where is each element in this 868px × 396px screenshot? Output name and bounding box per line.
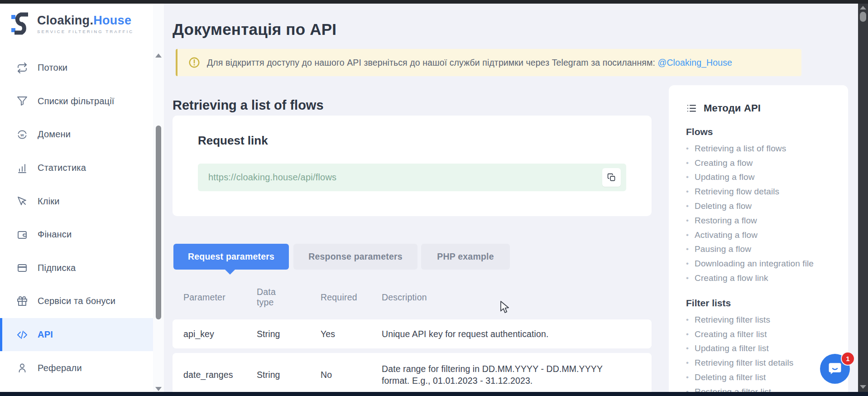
content-scrollbar[interactable] bbox=[153, 4, 164, 392]
user-icon bbox=[17, 362, 28, 373]
scroll-up-icon[interactable] bbox=[860, 6, 866, 10]
credit-card-icon bbox=[17, 262, 28, 273]
telegram-link[interactable]: @Cloaking_House bbox=[658, 58, 732, 68]
cell-required: No bbox=[321, 353, 370, 396]
sidebar: Cloaking.House SERVICE FILTERING TRAFFIC… bbox=[0, 4, 153, 392]
request-url-field[interactable]: https://cloaking.house/api/flows bbox=[198, 164, 626, 191]
table-header: Parameter Data type Required Description bbox=[173, 280, 652, 315]
sidebar-item-finance[interactable]: Фінанси bbox=[0, 218, 153, 251]
cell-parameter: api_key bbox=[183, 319, 251, 348]
section-title: Retrieving a list of flows bbox=[173, 98, 324, 113]
method-link[interactable]: Retrieving flow details bbox=[686, 184, 848, 199]
method-link[interactable]: Pausing a flow bbox=[686, 242, 848, 257]
method-link[interactable]: Deleting a flow bbox=[686, 199, 848, 213]
sidebar-item-label: Статистика bbox=[38, 163, 86, 173]
col-description: Description bbox=[382, 280, 626, 315]
content-scrollbar-thumb[interactable] bbox=[156, 126, 161, 319]
api-access-notice: Для відкриття доступу до нашого API звер… bbox=[176, 49, 801, 76]
method-link[interactable]: Creating a filter list bbox=[686, 327, 848, 342]
tab-response-parameters[interactable]: Response parameters bbox=[293, 244, 417, 270]
wallet-icon bbox=[17, 229, 28, 240]
cell-description: Date range for filtering in DD.MM.YYYY -… bbox=[382, 353, 626, 396]
window-bottom-edge bbox=[0, 392, 868, 396]
sidebar-item-api[interactable]: API bbox=[0, 318, 153, 352]
support-chat-button[interactable]: 1 bbox=[820, 354, 850, 384]
globe-w-icon: w bbox=[17, 129, 28, 140]
sidebar-item-label: Потоки bbox=[38, 63, 67, 73]
active-tab-pointer bbox=[225, 270, 235, 275]
brand-name: Cloaking.House bbox=[37, 14, 134, 28]
sidebar-item-label: Підписка bbox=[38, 263, 76, 273]
method-link[interactable]: Downloading an integration file bbox=[686, 256, 848, 271]
scroll-down-icon[interactable] bbox=[860, 385, 866, 389]
filter-icon bbox=[17, 96, 28, 106]
sidebar-item-referrals[interactable]: Реферали bbox=[0, 351, 153, 385]
cell-data-type: String bbox=[257, 353, 288, 396]
api-methods-panel: Методи API Flows Retrieving a list of fl… bbox=[669, 85, 848, 396]
api-methods-title: Методи API bbox=[704, 102, 761, 114]
sidebar-nav: Потоки Списки фільтрації w Домени Статис… bbox=[0, 51, 153, 385]
gift-icon bbox=[17, 296, 28, 307]
sidebar-item-label: Реферали bbox=[38, 363, 82, 373]
col-required: Required bbox=[321, 280, 370, 315]
request-link-card: Request link https://cloaking.house/api/… bbox=[173, 116, 652, 216]
notice-text: Для відкриття доступу до нашого API звер… bbox=[207, 58, 732, 68]
cloaking-house-logo-icon bbox=[11, 11, 32, 36]
table-row: date_ranges String No Date range for fil… bbox=[173, 353, 652, 396]
method-link[interactable]: Creating a flow link bbox=[686, 271, 848, 285]
sidebar-item-statistics[interactable]: Статистика bbox=[0, 151, 153, 185]
warning-icon bbox=[188, 57, 200, 68]
chat-unread-badge: 1 bbox=[841, 352, 855, 366]
chat-bubble-icon bbox=[827, 361, 843, 377]
sidebar-item-label: API bbox=[38, 329, 53, 340]
col-data-type: Data type bbox=[257, 280, 288, 315]
group-title-flows: Flows bbox=[686, 126, 831, 137]
sidebar-item-filter-lists[interactable]: Списки фільтрації bbox=[0, 85, 153, 118]
repeat-icon bbox=[17, 63, 28, 73]
cell-required: Yes bbox=[321, 319, 370, 348]
method-link[interactable]: Updating a flow bbox=[686, 170, 848, 185]
mouse-pointer-icon bbox=[17, 196, 28, 207]
brand-tagline: SERVICE FILTERING TRAFFIC bbox=[37, 29, 134, 34]
col-parameter: Parameter bbox=[183, 280, 251, 315]
method-link[interactable]: Activating a flow bbox=[686, 228, 848, 242]
method-link[interactable]: Creating a flow bbox=[686, 156, 848, 170]
sidebar-item-domains[interactable]: w Домени bbox=[0, 118, 153, 151]
page-scrollbar-thumb[interactable] bbox=[860, 12, 866, 22]
tab-request-parameters[interactable]: Request parameters bbox=[173, 244, 289, 270]
method-link[interactable]: Updating a filter list bbox=[686, 342, 848, 356]
sidebar-item-label: Кліки bbox=[38, 196, 60, 207]
page-scrollbar[interactable] bbox=[858, 4, 868, 392]
sidebar-item-label: Домени bbox=[38, 129, 71, 140]
request-url[interactable]: https://cloaking.house/api/flows bbox=[208, 172, 336, 183]
cell-parameter: date_ranges bbox=[183, 353, 251, 396]
sidebar-item-subscription[interactable]: Підписка bbox=[0, 251, 153, 285]
copy-url-button[interactable] bbox=[602, 168, 621, 187]
method-link[interactable]: Retrieving a list of flows bbox=[686, 141, 848, 156]
sidebar-item-label: Сервіси та бонуси bbox=[38, 296, 115, 306]
code-icon bbox=[17, 329, 28, 340]
list-icon bbox=[686, 103, 697, 114]
sidebar-item-label: Списки фільтрації bbox=[38, 96, 115, 106]
copy-icon bbox=[607, 173, 616, 182]
cell-description: Unique API key for request authenticatio… bbox=[382, 319, 626, 348]
sidebar-item-flows[interactable]: Потоки bbox=[0, 51, 153, 85]
request-link-title: Request link bbox=[198, 134, 268, 148]
logo[interactable]: Cloaking.House SERVICE FILTERING TRAFFIC bbox=[11, 11, 134, 36]
method-link[interactable]: Retrieving filter lists bbox=[686, 313, 848, 327]
scroll-down-icon[interactable] bbox=[155, 387, 162, 391]
group-title-filter-lists: Filter lists bbox=[686, 298, 831, 309]
table-row: api_key String Yes Unique API key for re… bbox=[173, 319, 652, 348]
tab-php-example[interactable]: PHP example bbox=[421, 244, 510, 270]
sidebar-item-services-bonuses[interactable]: Сервіси та бонуси bbox=[0, 285, 153, 318]
page-title: Документація по API bbox=[173, 20, 336, 39]
svg-text:w: w bbox=[20, 132, 24, 137]
scroll-up-icon[interactable] bbox=[155, 53, 162, 58]
sidebar-item-clicks[interactable]: Кліки bbox=[0, 184, 153, 218]
sidebar-item-label: Фінанси bbox=[38, 229, 72, 240]
window-top-edge bbox=[0, 0, 868, 4]
cell-data-type: String bbox=[257, 319, 288, 348]
method-link[interactable]: Restoring a flow bbox=[686, 213, 848, 228]
bar-chart-icon bbox=[17, 163, 28, 174]
